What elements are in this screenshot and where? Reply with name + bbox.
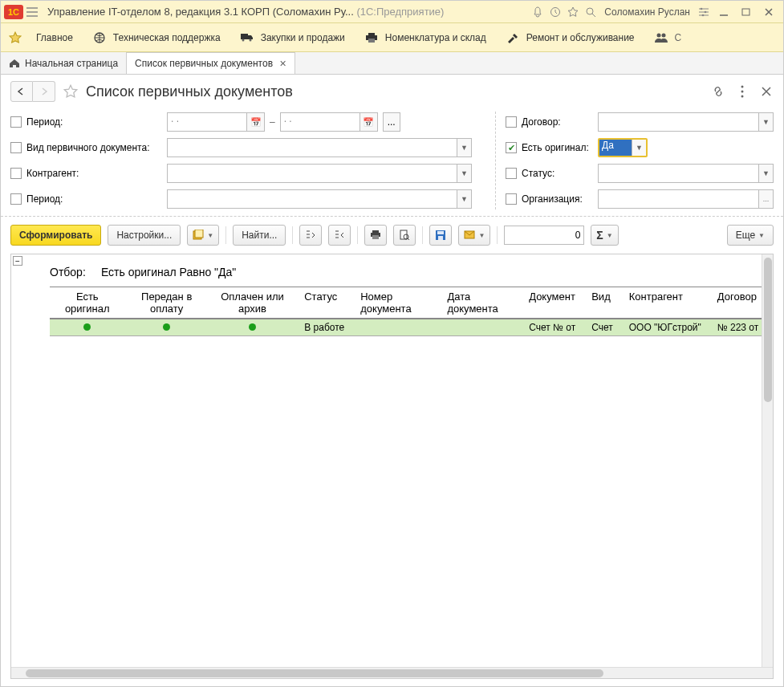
org-input[interactable] (598, 189, 759, 209)
user-name[interactable]: Соломахин Руслан (599, 6, 695, 18)
col-docnum: Номер документа (352, 287, 439, 319)
org-label: Организация: (522, 193, 583, 205)
filter-desc-text: Есть оригинал Равно "Да" (101, 266, 236, 278)
titlebar: 1C Управление IT-отделом 8, редакция 3.1… (1, 1, 783, 23)
truck-icon (240, 30, 254, 45)
period-more-button[interactable]: ... (383, 112, 400, 132)
search-icon[interactable] (582, 3, 599, 21)
bell-icon[interactable] (529, 3, 546, 21)
page-close-icon[interactable] (759, 84, 774, 99)
has-original-input[interactable]: Да (599, 140, 632, 156)
horizontal-scrollbar[interactable] (11, 667, 773, 678)
report-area: − Отбор: Есть оригинал Равно "Да" Есть о… (10, 254, 774, 679)
svg-point-15 (741, 91, 744, 93)
settings-button[interactable]: Настройки... (108, 225, 181, 246)
dropdown-icon[interactable]: ▼ (457, 189, 472, 209)
period-label: Период: (26, 116, 63, 128)
tab-close-icon[interactable]: ✕ (279, 59, 286, 69)
period2-checkbox[interactable] (10, 193, 22, 205)
table-header-row: Есть оригинал Передан в оплату Оплачен и… (50, 287, 773, 319)
col-docdate: Дата документа (439, 287, 521, 319)
minimize-button[interactable] (713, 3, 735, 21)
dropdown-icon[interactable]: ▼ (457, 138, 472, 157)
col-type: Вид (583, 287, 621, 319)
status-checkbox[interactable] (506, 168, 517, 179)
variants-button[interactable]: ▼ (187, 225, 219, 246)
table-row[interactable]: В работе Счет № от Счет ООО "ЮГстрой" № … (50, 319, 773, 336)
has-original-label: Есть оригинал: (522, 142, 589, 153)
navbar: Главное Техническая поддержка Закупки и … (1, 23, 783, 52)
svg-point-3 (705, 10, 707, 13)
collapse-button[interactable] (328, 225, 351, 246)
print-button[interactable] (364, 225, 387, 246)
status-dot-icon (249, 323, 256, 331)
doctype-input[interactable] (167, 138, 457, 157)
period-to-input[interactable]: . . (280, 112, 360, 132)
email-button[interactable]: ▼ (458, 225, 490, 246)
svg-rect-18 (195, 230, 203, 238)
period2-label: Период: (26, 193, 63, 205)
dropdown-icon[interactable]: ▼ (457, 164, 472, 183)
contract-input[interactable] (598, 112, 759, 132)
has-original-checkbox[interactable] (506, 142, 517, 153)
sigma-button[interactable]: Σ▼ (591, 225, 618, 246)
sum-input[interactable] (504, 226, 584, 245)
more-button[interactable]: Еще▼ (727, 225, 774, 246)
save-button[interactable] (429, 225, 452, 246)
tab-documents[interactable]: Список первичных документов ✕ (127, 52, 295, 74)
svg-point-4 (702, 14, 705, 16)
people-icon (654, 30, 668, 45)
tab-home[interactable]: Начальная страница (1, 52, 127, 74)
vertical-scrollbar[interactable] (762, 254, 773, 667)
svg-point-16 (741, 96, 744, 98)
contract-checkbox[interactable] (506, 116, 517, 128)
col-status: Статус (296, 287, 352, 319)
kebab-icon[interactable] (735, 84, 749, 99)
star-icon[interactable] (564, 3, 582, 21)
nav-home[interactable]: Главное (26, 23, 83, 52)
link-icon[interactable] (711, 84, 725, 99)
find-button[interactable]: Найти... (233, 225, 286, 246)
window-title: Управление IT-отделом 8, редакция 3.1 КО… (41, 6, 450, 18)
expand-button[interactable] (299, 225, 322, 246)
svg-rect-11 (368, 39, 375, 43)
doctype-checkbox[interactable] (10, 142, 22, 153)
nav-stock[interactable]: Номенклатура и склад (355, 23, 496, 52)
counterparty-checkbox[interactable] (10, 168, 22, 179)
status-input[interactable] (598, 164, 759, 183)
nav-people[interactable]: С (644, 23, 692, 52)
favorite-icon[interactable] (63, 84, 78, 99)
dropdown-icon[interactable]: ▼ (632, 140, 646, 156)
nav-star-icon[interactable] (4, 31, 26, 44)
form-button[interactable]: Сформировать (10, 225, 101, 246)
hamburger-icon[interactable] (23, 3, 41, 21)
home-icon (9, 59, 20, 68)
report-grid[interactable]: − Отбор: Есть оригинал Равно "Да" Есть о… (11, 254, 773, 667)
dropdown-icon[interactable]: ▼ (759, 164, 774, 183)
collapse-tree-icon[interactable]: − (13, 256, 22, 266)
col-pay: Передан в оплату (125, 287, 209, 319)
svg-point-7 (242, 39, 244, 41)
org-checkbox[interactable] (506, 193, 517, 205)
org-more-button[interactable]: ... (759, 189, 774, 209)
nav-sales[interactable]: Закупки и продажи (230, 23, 355, 52)
period2-input[interactable] (167, 189, 457, 209)
settings-icon[interactable] (695, 3, 713, 21)
maximize-button[interactable] (735, 3, 758, 21)
calendar-icon[interactable]: 📅 (247, 112, 265, 132)
svg-rect-19 (372, 230, 379, 233)
period-from-input[interactable]: . . (167, 112, 247, 132)
close-button[interactable] (758, 3, 780, 21)
calendar-icon[interactable]: 📅 (360, 112, 378, 132)
history-icon[interactable] (546, 3, 564, 21)
filter-desc-label: Отбор: (50, 266, 98, 278)
period-checkbox[interactable] (10, 116, 22, 128)
nav-support[interactable]: Техническая поддержка (83, 23, 230, 52)
preview-button[interactable] (393, 225, 416, 246)
counterparty-input[interactable] (167, 164, 457, 183)
nav-service[interactable]: Ремонт и обслуживание (496, 23, 644, 52)
tools-icon (506, 30, 520, 45)
dropdown-icon[interactable]: ▼ (759, 112, 774, 132)
nav-forward-button[interactable] (33, 81, 55, 102)
nav-back-button[interactable] (10, 81, 33, 102)
